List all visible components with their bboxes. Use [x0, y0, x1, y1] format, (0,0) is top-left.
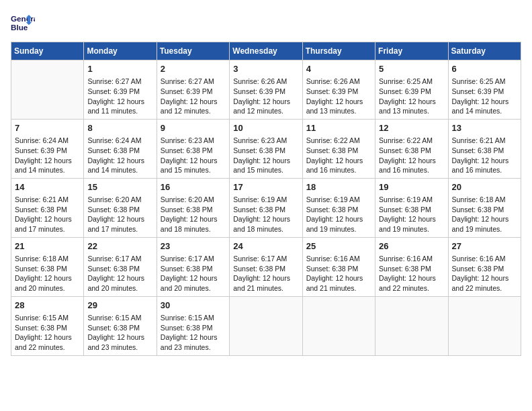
- col-header-tuesday: Tuesday: [157, 42, 229, 60]
- day-info: Sunrise: 6:19 AM Sunset: 6:38 PM Dayligh…: [233, 195, 298, 234]
- calendar-cell: 15Sunrise: 6:20 AM Sunset: 6:38 PM Dayli…: [84, 178, 157, 237]
- day-number: 13: [452, 122, 517, 134]
- day-number: 29: [87, 300, 152, 312]
- day-info: Sunrise: 6:15 AM Sunset: 6:38 PM Dayligh…: [161, 313, 226, 353]
- col-header-sunday: Sunday: [11, 42, 84, 60]
- day-info: Sunrise: 6:26 AM Sunset: 6:39 PM Dayligh…: [306, 77, 371, 116]
- calendar-cell: [302, 296, 375, 355]
- calendar-cell: 18Sunrise: 6:19 AM Sunset: 6:38 PM Dayli…: [302, 178, 375, 237]
- day-number: 30: [161, 300, 226, 312]
- day-info: Sunrise: 6:18 AM Sunset: 6:38 PM Dayligh…: [15, 254, 80, 293]
- day-info: Sunrise: 6:24 AM Sunset: 6:39 PM Dayligh…: [15, 136, 80, 175]
- day-info: Sunrise: 6:20 AM Sunset: 6:38 PM Dayligh…: [87, 195, 152, 234]
- day-info: Sunrise: 6:17 AM Sunset: 6:38 PM Dayligh…: [87, 254, 152, 293]
- day-number: 22: [87, 240, 152, 253]
- day-number: 17: [233, 181, 298, 193]
- day-number: 12: [379, 122, 444, 134]
- col-header-monday: Monday: [84, 42, 157, 60]
- calendar-week-row: 7Sunrise: 6:24 AM Sunset: 6:39 PM Daylig…: [11, 119, 521, 178]
- logo-icon: General Blue: [11, 11, 35, 35]
- calendar-cell: [448, 296, 521, 355]
- day-number: 8: [87, 122, 152, 134]
- calendar-cell: 30Sunrise: 6:15 AM Sunset: 6:38 PM Dayli…: [157, 296, 229, 355]
- day-number: 20: [452, 181, 517, 193]
- day-info: Sunrise: 6:21 AM Sunset: 6:38 PM Dayligh…: [15, 195, 80, 234]
- calendar-cell: 5Sunrise: 6:25 AM Sunset: 6:39 PM Daylig…: [375, 60, 448, 120]
- svg-text:Blue: Blue: [11, 23, 28, 32]
- day-info: Sunrise: 6:27 AM Sunset: 6:39 PM Dayligh…: [87, 77, 152, 116]
- day-number: 25: [306, 240, 371, 253]
- col-header-friday: Friday: [375, 42, 448, 60]
- day-number: 28: [15, 300, 80, 312]
- calendar-cell: 13Sunrise: 6:21 AM Sunset: 6:38 PM Dayli…: [448, 119, 521, 178]
- calendar-cell: 12Sunrise: 6:22 AM Sunset: 6:38 PM Dayli…: [375, 119, 448, 178]
- calendar-header-row: SundayMondayTuesdayWednesdayThursdayFrid…: [11, 42, 521, 60]
- calendar-week-row: 21Sunrise: 6:18 AM Sunset: 6:38 PM Dayli…: [11, 237, 521, 296]
- day-info: Sunrise: 6:18 AM Sunset: 6:38 PM Dayligh…: [452, 195, 517, 234]
- day-info: Sunrise: 6:23 AM Sunset: 6:38 PM Dayligh…: [161, 136, 226, 175]
- day-number: 10: [233, 122, 298, 134]
- day-number: 6: [452, 63, 517, 75]
- calendar-cell: 11Sunrise: 6:22 AM Sunset: 6:38 PM Dayli…: [302, 119, 375, 178]
- calendar-cell: 2Sunrise: 6:27 AM Sunset: 6:39 PM Daylig…: [157, 60, 229, 120]
- calendar-cell: 26Sunrise: 6:16 AM Sunset: 6:38 PM Dayli…: [375, 237, 448, 296]
- calendar-cell: 28Sunrise: 6:15 AM Sunset: 6:38 PM Dayli…: [11, 296, 84, 355]
- day-info: Sunrise: 6:25 AM Sunset: 6:39 PM Dayligh…: [452, 77, 517, 116]
- page-header: General Blue: [11, 11, 521, 35]
- calendar-cell: 6Sunrise: 6:25 AM Sunset: 6:39 PM Daylig…: [448, 60, 521, 120]
- day-number: 16: [161, 181, 226, 193]
- col-header-saturday: Saturday: [448, 42, 521, 60]
- day-info: Sunrise: 6:15 AM Sunset: 6:38 PM Dayligh…: [15, 313, 80, 353]
- day-info: Sunrise: 6:15 AM Sunset: 6:38 PM Dayligh…: [87, 313, 152, 353]
- calendar-table: SundayMondayTuesdayWednesdayThursdayFrid…: [11, 42, 521, 356]
- day-info: Sunrise: 6:16 AM Sunset: 6:38 PM Dayligh…: [379, 254, 444, 293]
- calendar-cell: 29Sunrise: 6:15 AM Sunset: 6:38 PM Dayli…: [84, 296, 157, 355]
- day-number: 9: [161, 122, 226, 134]
- day-number: 11: [306, 122, 371, 134]
- day-info: Sunrise: 6:22 AM Sunset: 6:38 PM Dayligh…: [306, 136, 371, 175]
- day-info: Sunrise: 6:16 AM Sunset: 6:38 PM Dayligh…: [452, 254, 517, 293]
- day-info: Sunrise: 6:22 AM Sunset: 6:38 PM Dayligh…: [379, 136, 444, 175]
- day-info: Sunrise: 6:26 AM Sunset: 6:39 PM Dayligh…: [233, 77, 298, 116]
- day-info: Sunrise: 6:17 AM Sunset: 6:38 PM Dayligh…: [233, 254, 298, 293]
- calendar-cell: [11, 60, 84, 120]
- day-number: 1: [87, 63, 152, 75]
- day-number: 21: [15, 240, 80, 253]
- day-info: Sunrise: 6:25 AM Sunset: 6:39 PM Dayligh…: [379, 77, 444, 116]
- calendar-cell: 17Sunrise: 6:19 AM Sunset: 6:38 PM Dayli…: [230, 178, 302, 237]
- calendar-cell: 22Sunrise: 6:17 AM Sunset: 6:38 PM Dayli…: [84, 237, 157, 296]
- day-number: 7: [15, 122, 80, 134]
- day-info: Sunrise: 6:27 AM Sunset: 6:39 PM Dayligh…: [161, 77, 226, 116]
- day-info: Sunrise: 6:19 AM Sunset: 6:38 PM Dayligh…: [379, 195, 444, 234]
- day-info: Sunrise: 6:20 AM Sunset: 6:38 PM Dayligh…: [161, 195, 226, 234]
- calendar-week-row: 14Sunrise: 6:21 AM Sunset: 6:38 PM Dayli…: [11, 178, 521, 237]
- calendar-cell: 21Sunrise: 6:18 AM Sunset: 6:38 PM Dayli…: [11, 237, 84, 296]
- day-info: Sunrise: 6:23 AM Sunset: 6:38 PM Dayligh…: [233, 136, 298, 175]
- calendar-cell: 23Sunrise: 6:17 AM Sunset: 6:38 PM Dayli…: [157, 237, 229, 296]
- day-number: 4: [306, 63, 371, 75]
- day-number: 26: [379, 240, 444, 253]
- calendar-cell: 14Sunrise: 6:21 AM Sunset: 6:38 PM Dayli…: [11, 178, 84, 237]
- calendar-cell: 24Sunrise: 6:17 AM Sunset: 6:38 PM Dayli…: [230, 237, 302, 296]
- day-number: 2: [161, 63, 226, 75]
- calendar-cell: 3Sunrise: 6:26 AM Sunset: 6:39 PM Daylig…: [230, 60, 302, 120]
- calendar-cell: 8Sunrise: 6:24 AM Sunset: 6:38 PM Daylig…: [84, 119, 157, 178]
- svg-text:General: General: [11, 14, 35, 23]
- calendar-cell: 4Sunrise: 6:26 AM Sunset: 6:39 PM Daylig…: [302, 60, 375, 120]
- calendar-week-row: 28Sunrise: 6:15 AM Sunset: 6:38 PM Dayli…: [11, 296, 521, 355]
- day-number: 3: [233, 63, 298, 75]
- day-number: 24: [233, 240, 298, 253]
- day-number: 18: [306, 181, 371, 193]
- logo: General Blue: [11, 11, 39, 35]
- calendar-cell: 19Sunrise: 6:19 AM Sunset: 6:38 PM Dayli…: [375, 178, 448, 237]
- calendar-cell: 27Sunrise: 6:16 AM Sunset: 6:38 PM Dayli…: [448, 237, 521, 296]
- day-number: 15: [87, 181, 152, 193]
- day-info: Sunrise: 6:24 AM Sunset: 6:38 PM Dayligh…: [87, 136, 152, 175]
- calendar-cell: 16Sunrise: 6:20 AM Sunset: 6:38 PM Dayli…: [157, 178, 229, 237]
- calendar-cell: [230, 296, 302, 355]
- col-header-thursday: Thursday: [302, 42, 375, 60]
- calendar-cell: 25Sunrise: 6:16 AM Sunset: 6:38 PM Dayli…: [302, 237, 375, 296]
- calendar-cell: 9Sunrise: 6:23 AM Sunset: 6:38 PM Daylig…: [157, 119, 229, 178]
- col-header-wednesday: Wednesday: [230, 42, 302, 60]
- calendar-cell: 20Sunrise: 6:18 AM Sunset: 6:38 PM Dayli…: [448, 178, 521, 237]
